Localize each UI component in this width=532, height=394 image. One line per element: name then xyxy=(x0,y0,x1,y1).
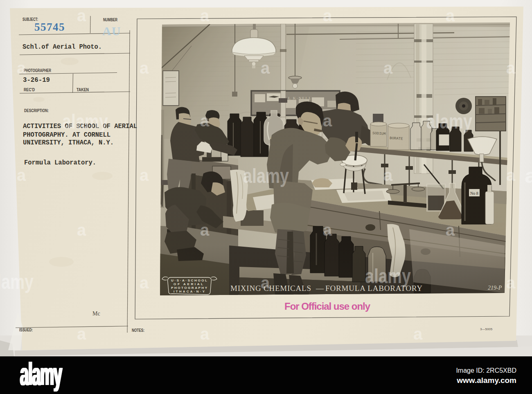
svg-text:a: a xyxy=(17,59,26,77)
svg-text:a: a xyxy=(140,274,149,292)
svg-text:a: a xyxy=(446,221,455,239)
svg-text:a: a xyxy=(413,325,423,343)
svg-text:a: a xyxy=(383,166,393,184)
svg-text:a: a xyxy=(140,59,149,77)
svg-text:3—5005: 3—5005 xyxy=(480,327,493,331)
svg-text:a: a xyxy=(323,112,332,130)
svg-text:219-P: 219-P xyxy=(488,285,502,291)
svg-text:alamy: alamy xyxy=(62,110,108,133)
svg-text:alamy: alamy xyxy=(0,270,34,293)
svg-text:AU: AU xyxy=(102,24,121,38)
svg-text:a: a xyxy=(77,221,86,239)
svg-text:al: al xyxy=(525,164,532,187)
svg-text:Mc: Mc xyxy=(92,311,100,317)
svg-text:ISSUED:: ISSUED: xyxy=(19,328,33,332)
svg-text:alamy: alamy xyxy=(426,110,472,133)
svg-text:a: a xyxy=(200,7,210,25)
svg-text:a: a xyxy=(323,221,332,239)
svg-text:a: a xyxy=(200,112,210,130)
svg-text:a: a xyxy=(17,166,26,184)
svg-text:DESCRIPTION:: DESCRIPTION: xyxy=(24,108,49,113)
svg-text:PHOTOGRAPHY: PHOTOGRAPHY xyxy=(171,286,207,290)
svg-text:a: a xyxy=(383,59,393,77)
svg-text:a: a xyxy=(506,59,516,77)
svg-text:alamy: alamy xyxy=(365,265,411,288)
svg-text:a: a xyxy=(77,325,86,343)
svg-text:55745: 55745 xyxy=(34,21,65,33)
svg-text:alamy: alamy xyxy=(20,356,63,392)
svg-text:a: a xyxy=(261,274,270,292)
svg-text:a: a xyxy=(200,221,210,239)
svg-text:Schl.of Aerial Photo.: Schl.of Aerial Photo. xyxy=(23,43,102,51)
svg-text:NOTES:: NOTES: xyxy=(132,328,144,333)
svg-text:Image ID: 2RC5XBD: Image ID: 2RC5XBD xyxy=(456,367,516,374)
svg-text:U·S·A·SCHOOL: U·S·A·SCHOOL xyxy=(171,279,207,282)
svg-text:NUMBER: NUMBER xyxy=(103,18,118,22)
svg-text:OF AERIAL: OF AERIAL xyxy=(174,282,203,286)
svg-text:PHOTOGRAPHER: PHOTOGRAPHER xyxy=(24,68,52,73)
svg-text:REC'D: REC'D xyxy=(24,88,35,92)
svg-text:a: a xyxy=(140,166,149,184)
svg-text:a: a xyxy=(323,7,332,25)
svg-text:a: a xyxy=(506,274,516,292)
svg-text:a: a xyxy=(200,325,210,343)
svg-text:alamy: alamy xyxy=(243,164,289,187)
svg-text:www.alamy.com: www.alamy.com xyxy=(456,376,516,385)
svg-text:Formula Laboratory.: Formula Laboratory. xyxy=(24,159,96,167)
svg-text:TAKEN: TAKEN xyxy=(77,88,89,92)
svg-text:a: a xyxy=(77,7,86,25)
svg-text:MIXING CHEMICALS: MIXING CHEMICALS xyxy=(230,284,312,293)
svg-text:a: a xyxy=(506,166,516,184)
svg-text:a: a xyxy=(261,59,270,77)
svg-text:3-26-19: 3-26-19 xyxy=(23,76,50,84)
svg-text:—: — xyxy=(316,284,324,293)
svg-text:For Official use only: For Official use only xyxy=(284,301,371,312)
svg-text:UNIVERSITY, ITHACA, N.Y.: UNIVERSITY, ITHACA, N.Y. xyxy=(23,139,114,146)
svg-text:a: a xyxy=(446,7,455,25)
